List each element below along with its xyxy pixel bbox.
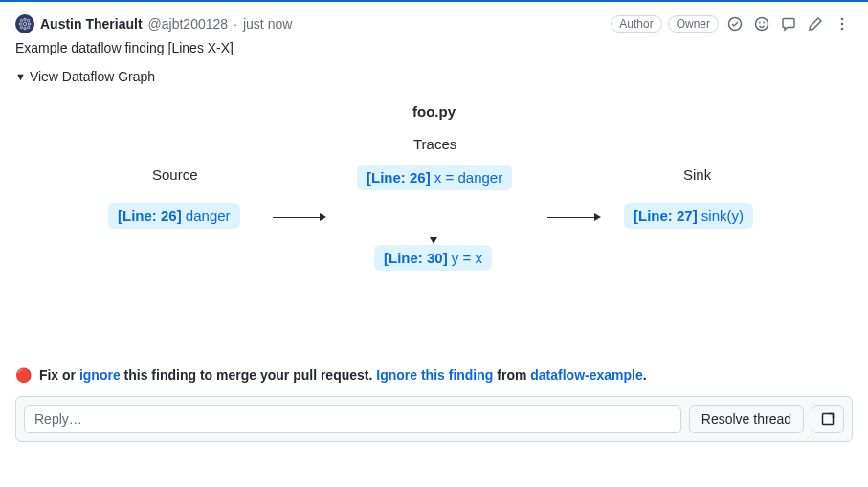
- svg-point-6: [27, 19, 29, 21]
- arrow-right-icon: [547, 217, 595, 218]
- node-line: [Line: 27]: [634, 208, 698, 224]
- svg-point-11: [759, 22, 760, 23]
- emoji-button[interactable]: [751, 13, 772, 34]
- node-trace-1[interactable]: [Line: 26] x = danger: [357, 165, 512, 190]
- svg-point-3: [19, 23, 21, 25]
- node-line: [Line: 30]: [384, 250, 448, 266]
- column-sink: Sink: [683, 166, 711, 183]
- finding-text: Example dataflow finding [Lines X-X]: [15, 40, 853, 55]
- node-code: x = danger: [434, 169, 502, 186]
- node-trace-2[interactable]: [Line: 30] y = x: [374, 245, 492, 271]
- action-mid1: this finding to merge your pull request.: [121, 367, 377, 383]
- node-source[interactable]: [Line: 26] danger: [108, 203, 240, 229]
- graph-file-title: foo.py: [412, 103, 456, 120]
- node-code: y = x: [452, 250, 482, 266]
- arrow-down-icon: [434, 200, 434, 238]
- svg-point-1: [24, 18, 26, 20]
- red-circle-icon: 🔴: [15, 367, 32, 383]
- svg-point-0: [23, 22, 27, 26]
- badge-owner: Owner: [668, 15, 719, 33]
- svg-rect-16: [823, 414, 834, 425]
- node-code: sink(y): [701, 208, 744, 224]
- edit-button[interactable]: [805, 13, 826, 34]
- node-line: [Line: 26]: [118, 208, 182, 224]
- svg-point-13: [841, 18, 844, 21]
- svg-point-14: [841, 23, 844, 26]
- triangle-down-icon: ▼: [15, 71, 26, 82]
- toggle-label: View Dataflow Graph: [30, 69, 155, 84]
- expand-icon: [820, 411, 835, 427]
- action-prefix: Fix or: [39, 367, 79, 383]
- action-mid2: from: [493, 367, 530, 383]
- timestamp[interactable]: just now: [243, 16, 292, 32]
- badge-author: Author: [611, 15, 661, 33]
- svg-point-2: [24, 28, 26, 30]
- svg-point-10: [756, 18, 768, 31]
- source-link[interactable]: dataflow-example: [530, 367, 642, 383]
- action-line: 🔴 Fix or ignore this finding to merge yo…: [15, 367, 853, 383]
- svg-point-4: [29, 23, 31, 25]
- column-source: Source: [152, 166, 198, 183]
- separator: ·: [234, 16, 237, 32]
- expand-reply-button[interactable]: [812, 405, 844, 433]
- comment-container: Austin Theriault @ajbt200128 · just now …: [0, 0, 868, 457]
- comment-button[interactable]: [778, 13, 799, 34]
- smiley-icon: [754, 16, 769, 32]
- column-traces: Traces: [413, 136, 456, 152]
- dataflow-graph: foo.py Source Traces Sink [Line: 26] dan…: [15, 100, 853, 300]
- node-code: danger: [186, 208, 231, 224]
- ignore-finding-link[interactable]: Ignore this finding: [376, 367, 493, 383]
- reply-box: Resolve thread: [15, 396, 853, 442]
- resolve-thread-button[interactable]: Resolve thread: [689, 405, 804, 433]
- more-button[interactable]: [832, 13, 853, 34]
- pencil-icon: [808, 16, 823, 32]
- svg-point-5: [20, 19, 22, 21]
- author-handle[interactable]: @ajbt200128: [148, 16, 229, 32]
- avatar-pattern-icon: [18, 17, 32, 31]
- arrow-right-icon: [273, 217, 321, 218]
- author-name[interactable]: Austin Theriault: [40, 16, 143, 32]
- node-line: [Line: 26]: [367, 169, 431, 186]
- svg-point-7: [20, 26, 22, 28]
- reply-input[interactable]: [24, 405, 681, 433]
- ignore-link[interactable]: ignore: [79, 367, 121, 383]
- kebab-icon: [835, 16, 850, 32]
- svg-point-15: [841, 28, 844, 31]
- svg-point-8: [27, 26, 29, 28]
- check-circle-icon: [727, 16, 743, 32]
- action-suffix: .: [643, 367, 647, 383]
- svg-point-12: [764, 22, 765, 23]
- comment-header: Austin Theriault @ajbt200128 · just now …: [15, 13, 853, 34]
- node-sink[interactable]: [Line: 27] sink(y): [624, 203, 753, 229]
- resolve-label: Resolve thread: [701, 411, 791, 427]
- dataflow-toggle[interactable]: ▼ View Dataflow Graph: [15, 69, 853, 84]
- comment-icon: [781, 16, 796, 32]
- avatar[interactable]: [15, 14, 34, 33]
- checkmark-button[interactable]: [724, 13, 746, 34]
